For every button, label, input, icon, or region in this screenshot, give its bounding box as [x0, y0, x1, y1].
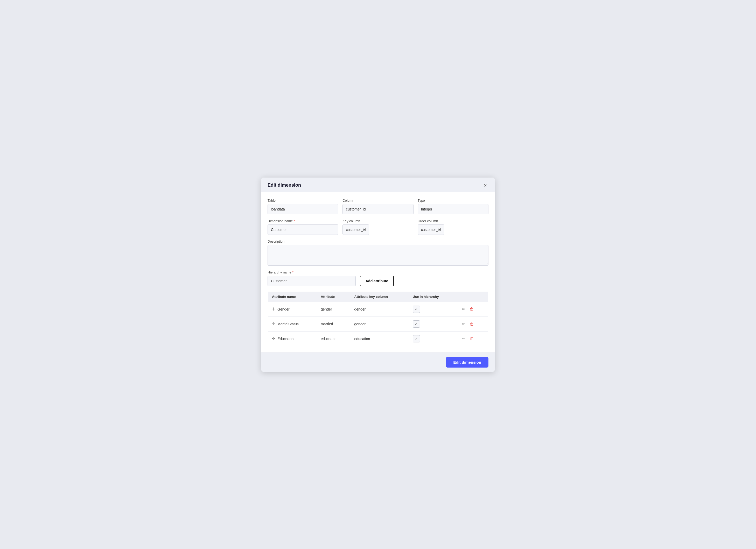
add-attribute-button[interactable]: Add attribute	[360, 276, 394, 286]
description-group: Description	[268, 240, 488, 266]
order-column-group: Order column customer_id	[418, 219, 488, 235]
edit-dimension-button[interactable]: Edit dimension	[446, 357, 488, 368]
column-group: Column	[342, 199, 413, 214]
key-column-select[interactable]: customer_id	[342, 224, 369, 235]
attr-key-cell: gender	[350, 316, 409, 331]
dialog-title: Edit dimension	[268, 182, 301, 188]
description-textarea[interactable]	[268, 245, 488, 266]
attr-name-cell: ✛ MaritalStatus	[268, 316, 317, 331]
dimension-name-input[interactable]	[268, 224, 338, 235]
dimension-name-group: Dimension name*	[268, 219, 338, 235]
attr-key-value: gender	[354, 322, 366, 326]
attr-value: married	[321, 322, 333, 326]
order-column-select[interactable]: customer_id	[418, 224, 444, 235]
use-hierarchy-check: ✓	[413, 320, 420, 328]
column-input[interactable]	[342, 204, 413, 214]
trash-icon: 🗑	[470, 322, 474, 326]
attr-key-cell: education	[350, 331, 409, 346]
key-column-select-wrapper: customer_id	[342, 224, 413, 235]
actions-cell: ✏ 🗑	[457, 331, 488, 346]
table-column-type-row: Table Column Type	[268, 199, 488, 214]
attributes-table: Attribute name Attribute Attribute key c…	[268, 291, 488, 346]
use-hierarchy-cell: ✓	[409, 302, 457, 316]
col-header-attribute: Attribute	[317, 291, 350, 302]
use-hierarchy-check: ✓	[413, 306, 420, 313]
use-hierarchy-cell: ✓	[409, 316, 457, 331]
edit-dimension-dialog: Edit dimension × Table Column Type Dimen	[261, 178, 495, 372]
table-label: Table	[268, 199, 338, 202]
hierarchy-name-label: Hierarchy name*	[268, 270, 356, 274]
use-hierarchy-check: ✓	[413, 335, 420, 342]
attr-name-value: MaritalStatus	[277, 322, 299, 326]
delete-row-button[interactable]: 🗑	[469, 306, 475, 313]
delete-row-button[interactable]: 🗑	[469, 321, 475, 327]
table-row: ✛ Gender gender gender ✓	[268, 302, 488, 316]
pencil-icon: ✏	[462, 336, 465, 341]
pencil-icon: ✏	[462, 307, 465, 312]
dimension-name-label: Dimension name*	[268, 219, 338, 223]
attr-value-cell: gender	[317, 302, 350, 316]
col-header-actions	[457, 291, 488, 302]
table-row: ✛ MaritalStatus married gender ✓	[268, 316, 488, 331]
attr-value-cell: married	[317, 316, 350, 331]
delete-row-button[interactable]: 🗑	[469, 335, 475, 342]
hierarchy-name-group: Hierarchy name*	[268, 270, 356, 286]
close-button[interactable]: ×	[482, 182, 488, 188]
dialog-footer: Edit dimension	[261, 353, 495, 372]
attr-name-cell: ✛ Education	[268, 331, 317, 346]
use-hierarchy-cell: ✓	[409, 331, 457, 346]
key-column-group: Key column customer_id	[342, 219, 413, 235]
table-header-row: Attribute name Attribute Attribute key c…	[268, 291, 488, 302]
pencil-icon: ✏	[462, 321, 465, 326]
actions-cell: ✏ 🗑	[457, 316, 488, 331]
attr-value-cell: education	[317, 331, 350, 346]
attr-value: gender	[321, 307, 332, 311]
table-row: ✛ Education education education ✓	[268, 331, 488, 346]
hierarchy-name-input[interactable]	[268, 276, 356, 286]
trash-icon: 🗑	[470, 307, 474, 312]
type-input[interactable]	[418, 204, 488, 214]
attr-key-value: gender	[354, 307, 366, 311]
key-column-label: Key column	[342, 219, 413, 223]
attr-name-value: Gender	[277, 307, 290, 311]
dialog-body: Table Column Type Dimension name* Key co	[261, 192, 495, 353]
attr-key-cell: gender	[350, 302, 409, 316]
edit-row-button[interactable]: ✏	[461, 335, 466, 342]
edit-row-button[interactable]: ✏	[461, 320, 466, 327]
drag-handle-icon[interactable]: ✛	[272, 321, 275, 326]
col-header-use-hierarchy: Use in hierarchy	[409, 291, 457, 302]
attr-name-cell: ✛ Gender	[268, 302, 317, 316]
table-group: Table	[268, 199, 338, 214]
column-label: Column	[342, 199, 413, 202]
hierarchy-row: Hierarchy name* Add attribute	[268, 270, 488, 286]
trash-icon: 🗑	[470, 336, 474, 341]
drag-handle-icon[interactable]: ✛	[272, 307, 275, 312]
type-label: Type	[418, 199, 488, 202]
drag-handle-icon[interactable]: ✛	[272, 336, 275, 341]
type-group: Type	[418, 199, 488, 214]
order-column-select-wrapper: customer_id	[418, 224, 488, 235]
order-column-label: Order column	[418, 219, 488, 223]
actions-cell: ✏ 🗑	[457, 302, 488, 316]
col-header-attribute-key: Attribute key column	[350, 291, 409, 302]
attr-name-value: Education	[277, 337, 293, 341]
attr-value: education	[321, 337, 337, 341]
attr-key-value: education	[354, 337, 370, 341]
description-label: Description	[268, 240, 488, 243]
dimension-key-order-row: Dimension name* Key column customer_id O…	[268, 219, 488, 235]
edit-row-button[interactable]: ✏	[461, 306, 466, 313]
dialog-header: Edit dimension ×	[261, 178, 495, 192]
col-header-attribute-name: Attribute name	[268, 291, 317, 302]
table-input[interactable]	[268, 204, 338, 214]
